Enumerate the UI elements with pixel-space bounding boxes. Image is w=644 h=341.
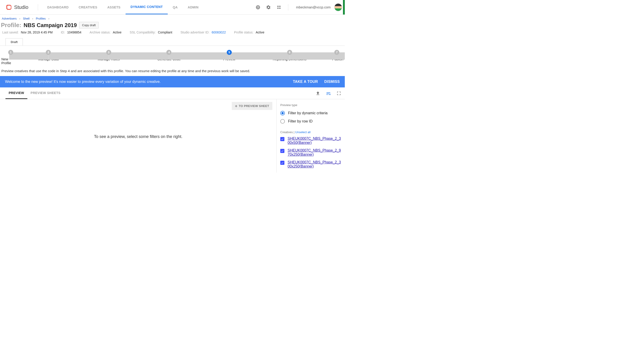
tab-preview[interactable]: PREVIEW (6, 87, 27, 99)
chevron-right-icon: › (30, 17, 35, 20)
draft-tabs: Draft (0, 37, 345, 45)
radio-dynamic-criteria[interactable]: Filter by dynamic criteria (280, 109, 342, 117)
chevron-right-icon: › (46, 17, 51, 20)
advertiser-id-label: Studio advertiser ID: (180, 30, 210, 34)
preview-type-label: Preview type (280, 103, 342, 107)
profile-header: Profile: NBS Campaign 2019 Copy draft (0, 22, 345, 29)
nav-creatives[interactable]: CREATIVES (74, 0, 102, 14)
id-label: ID: (61, 30, 65, 34)
svg-text:?: ? (257, 5, 259, 9)
checkbox-checked-icon[interactable] (280, 161, 284, 165)
breadcrumb: Advertisers › Shell › Profiles › (0, 14, 345, 22)
fullscreen-icon[interactable] (336, 90, 342, 96)
nav-qa[interactable]: QA (168, 0, 183, 14)
stepper: 1 New Profile 2 Manage Data 3 Manage Rul… (0, 46, 345, 68)
tune-icon[interactable] (325, 90, 332, 96)
hint-text: Preview creatives that use the code in S… (0, 68, 345, 76)
nav-dashboard[interactable]: DASHBOARD (42, 0, 74, 14)
ssl-value: Compliant (158, 30, 172, 34)
logo[interactable]: Studio (0, 4, 34, 10)
radio-icon (280, 119, 285, 124)
dismiss-button[interactable]: DISMISS (318, 80, 340, 84)
nav-assets[interactable]: ASSETS (102, 0, 126, 14)
radio-row-id[interactable]: Filter by row ID (280, 117, 342, 125)
top-icons: ? (255, 4, 284, 10)
help-icon[interactable]: ? (255, 4, 261, 10)
step-number: 6 (287, 50, 292, 55)
nav-dynamic-content[interactable]: DYNAMIC CONTENT (126, 0, 168, 14)
step-number: 3 (106, 50, 111, 55)
to-preview-sheet-button[interactable]: + TO PREVIEW SHEET (232, 102, 272, 110)
apps-icon[interactable] (276, 4, 282, 10)
creatives-label: Creatives (280, 130, 293, 134)
creatives-header: Creatives | Unselect all (280, 130, 342, 134)
svg-rect-5 (280, 7, 280, 9)
banner-message: Welcome to the new preview! It's now eas… (5, 80, 286, 84)
step-number: 1 (8, 50, 13, 55)
preview-tabs-row: PREVIEW PREVIEW SHEETS (0, 87, 345, 99)
creative-item: SHEUK0007C_NBS_Phase_2_970x250(Banner) (280, 146, 342, 158)
creative-link[interactable]: SHEUK0007C_NBS_Phase_2_300x250(Banner) (288, 160, 342, 168)
last-saved-value: Nov 28, 2019 4:45 PM (21, 30, 53, 34)
main-split: + TO PREVIEW SHEET To see a preview, sel… (0, 99, 345, 173)
last-saved-label: Last saved: (2, 30, 19, 34)
creative-item: SHEUK0007C_NBS_Phase_2_300x250(Banner) (280, 158, 342, 169)
id-value: 10498854 (67, 30, 81, 34)
divider (288, 4, 288, 10)
ssl-label: SSL Compatibility: (130, 30, 156, 34)
archive-value: Active (113, 30, 122, 34)
brand-name: Studio (14, 4, 28, 10)
crumb-advertisers[interactable]: Advertisers (2, 17, 17, 20)
top-bar: Studio DASHBOARD CREATIVES ASSETS DYNAMI… (0, 0, 345, 14)
chevron-right-icon: › (18, 17, 22, 20)
main-nav: DASHBOARD CREATIVES ASSETS DYNAMIC CONTE… (42, 0, 204, 14)
studio-logo-icon (6, 4, 12, 10)
creative-link[interactable]: SHEUK0007C_NBS_Phase_2_970x250(Banner) (288, 148, 342, 157)
profile-prefix: Profile: (1, 22, 22, 29)
user-email[interactable]: mbeckman@vccp.com (292, 5, 334, 9)
nav-admin[interactable]: ADMIN (183, 0, 204, 14)
tab-preview-sheets[interactable]: PREVIEW SHEETS (27, 87, 64, 99)
copy-draft-button[interactable]: Copy draft (79, 22, 99, 28)
profile-status-value: Active (256, 30, 264, 34)
profile-name: NBS Campaign 2019 (24, 22, 77, 28)
gear-icon[interactable] (266, 4, 271, 10)
upload-icon[interactable] (315, 90, 321, 96)
radio-label: Filter by row ID (288, 119, 313, 123)
step-number: 5 (227, 50, 232, 55)
checkbox-checked-icon[interactable] (280, 137, 284, 141)
archive-label: Archive status: (90, 30, 110, 34)
creative-item: SHEUK0007C_NBS_Phase_2_300x50(Banner) (280, 134, 342, 146)
radio-icon (280, 111, 285, 115)
creative-link[interactable]: SHEUK0007C_NBS_Phase_2_300x50(Banner) (288, 137, 342, 145)
right-edge-accent (343, 0, 345, 14)
svg-rect-2 (277, 6, 278, 7)
take-tour-button[interactable]: TAKE A TOUR (286, 80, 318, 84)
step-number: 7 (334, 50, 339, 55)
crumb-profiles[interactable]: Profiles (36, 17, 46, 20)
preview-canvas: + TO PREVIEW SHEET To see a preview, sel… (0, 99, 276, 173)
svg-rect-3 (280, 6, 280, 7)
crumb-shell[interactable]: Shell (23, 17, 30, 20)
radio-label: Filter by dynamic criteria (288, 111, 328, 115)
to-preview-sheet-label: TO PREVIEW SHEET (239, 104, 269, 108)
avatar[interactable] (334, 3, 342, 11)
advertiser-id-link[interactable]: 60083022 (212, 30, 226, 34)
tab-draft[interactable]: Draft (6, 38, 23, 45)
unselect-all-link[interactable]: Unselect all (295, 130, 310, 134)
step-new-profile[interactable]: 1 New Profile (0, 50, 18, 65)
svg-rect-4 (277, 7, 278, 9)
profile-meta: Last saved:Nov 28, 2019 4:45 PM ID:10498… (0, 29, 345, 37)
profile-status-label: Profile status: (234, 30, 254, 34)
divider (38, 4, 38, 10)
info-banner: Welcome to the new preview! It's now eas… (0, 76, 345, 87)
checkbox-checked-icon[interactable] (280, 149, 284, 153)
filter-sidebar: Preview type Filter by dynamic criteria … (276, 99, 345, 173)
